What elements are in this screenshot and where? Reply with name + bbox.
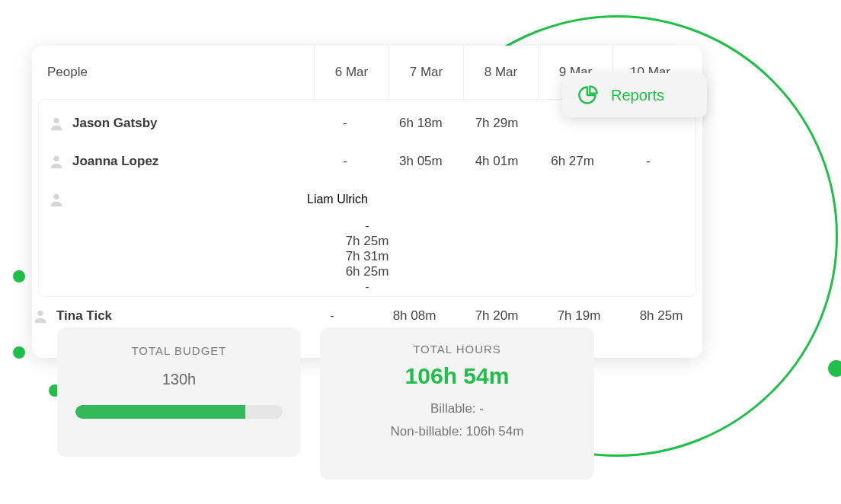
svg-point-3: [37, 311, 43, 316]
person-name-cell: Tina Tick: [32, 308, 291, 324]
time-cell: 4h 01m: [459, 154, 535, 169]
svg-point-0: [53, 118, 59, 123]
time-cell: 7h 19m: [538, 308, 620, 324]
person-name: Jason Gatsby: [72, 116, 158, 131]
time-cell: 6h 27m: [535, 154, 611, 169]
avatar-icon: [32, 308, 49, 324]
svg-point-1: [53, 156, 59, 161]
budget-progress: [75, 405, 283, 419]
column-header-day: 6 Mar: [314, 46, 389, 99]
time-cell: 8h 25m: [620, 308, 702, 324]
time-cell: -: [48, 279, 686, 295]
hours-billable: Billable: -: [338, 401, 576, 416]
table-row[interactable]: Joanna Lopez - 3h 05m 4h 01m 6h 27m -: [48, 142, 686, 180]
table-row[interactable]: Liam Ulrich: [48, 180, 686, 219]
person-name-cell: Jason Gatsby: [48, 115, 307, 132]
budget-value: 130h: [75, 371, 283, 388]
person-name-cell: [48, 191, 307, 208]
time-cell: 7h 25m: [48, 234, 686, 249]
hours-nonbillable: Non-billable: 106h 54m: [338, 424, 576, 439]
time-cell: -: [48, 219, 686, 234]
reports-button[interactable]: Reports: [562, 73, 707, 117]
decorative-dot: [13, 346, 25, 359]
person-name: Joanna Lopez: [72, 154, 158, 169]
column-header-day: 8 Mar: [463, 46, 538, 99]
pie-chart-icon: [577, 85, 599, 106]
time-cell: 3h 05m: [383, 154, 459, 169]
time-cell: -: [307, 154, 383, 169]
time-cell: 7h 20m: [456, 308, 538, 324]
budget-title: TOTAL BUDGET: [75, 344, 283, 357]
person-name: Tina Tick: [56, 308, 112, 324]
time-cell: -: [307, 116, 383, 131]
person-name: Liam Ulrich: [307, 193, 368, 206]
timesheet-body: Jason Gatsby - 6h 18m 7h 29m Joanna Lope…: [38, 99, 696, 297]
time-cell: -: [610, 154, 686, 169]
avatar-icon: [48, 191, 65, 208]
column-header-people: People: [47, 65, 314, 80]
total-hours-card: TOTAL HOURS 106h 54m Billable: - Non-bil…: [320, 327, 594, 480]
time-cell: 8h 08m: [373, 308, 456, 324]
avatar-icon: [48, 115, 65, 132]
time-cell: 6h 25m: [48, 264, 686, 279]
avatar-icon: [48, 153, 65, 170]
time-cell: 6h 18m: [383, 116, 459, 131]
time-cell: 7h 29m: [459, 116, 535, 131]
svg-point-2: [53, 194, 59, 199]
total-budget-card: TOTAL BUDGET 130h: [57, 327, 301, 457]
budget-progress-fill: [75, 405, 245, 419]
person-name-cell: Joanna Lopez: [48, 153, 307, 170]
time-cell: -: [291, 308, 373, 324]
time-cell: 7h 31m: [48, 249, 686, 264]
column-header-day: 7 Mar: [389, 46, 463, 99]
hours-title: TOTAL HOURS: [338, 343, 576, 356]
reports-label: Reports: [611, 87, 664, 104]
decorative-dot: [13, 270, 25, 282]
hours-total: 106h 54m: [338, 363, 576, 389]
